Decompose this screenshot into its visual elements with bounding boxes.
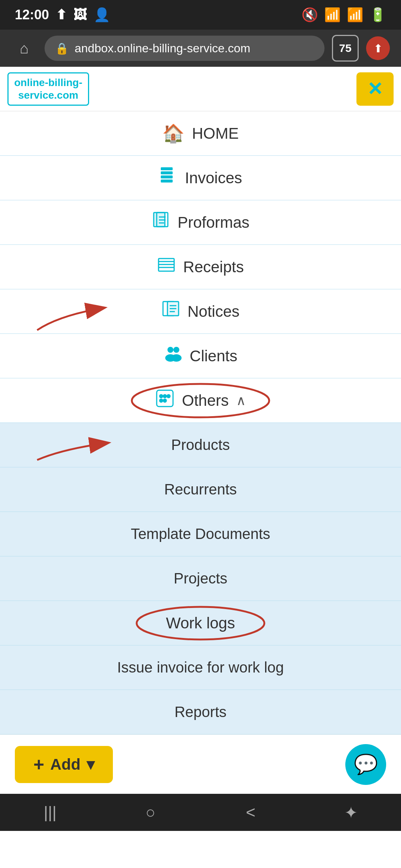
- svg-rect-1: [161, 171, 173, 174]
- invoices-icon: [159, 167, 177, 189]
- products-label: Products: [171, 437, 230, 453]
- profile-arrow-icon: ⬆: [374, 42, 383, 55]
- svg-rect-3: [161, 180, 173, 183]
- chat-icon: 💬: [354, 753, 378, 776]
- status-bar-right: 🔇 📶 📶 🔋: [301, 7, 386, 23]
- nav-item-proformas[interactable]: Proformas: [0, 200, 401, 245]
- nav-accessibility-button[interactable]: ✦: [336, 798, 366, 827]
- svg-point-25: [167, 395, 170, 398]
- plus-icon: +: [33, 754, 44, 775]
- work-logs-label: Work logs: [166, 614, 235, 632]
- recurrents-label: Recurrents: [164, 481, 237, 498]
- browser-home-button[interactable]: ⌂: [11, 35, 37, 61]
- url-text: andbox.online-billing-service.com: [75, 42, 250, 55]
- upload-icon: ⬆: [56, 7, 67, 23]
- reports-label: Reports: [175, 704, 226, 720]
- nav-back-button[interactable]: <: [236, 798, 265, 827]
- browser-profile-button[interactable]: ⬆: [366, 36, 390, 60]
- wifi-icon: 📶: [324, 7, 341, 23]
- close-menu-button[interactable]: ✕: [356, 72, 394, 106]
- nav-item-home[interactable]: 🏠 HOME: [0, 111, 401, 156]
- svg-point-21: [171, 354, 182, 362]
- svg-rect-2: [161, 175, 173, 178]
- home-icon: ⌂: [20, 40, 29, 57]
- svg-point-18: [167, 347, 173, 353]
- page-content: online-billing-service.com ✕ 🏠 HOME Invo: [0, 67, 401, 794]
- bottom-navigation: ||| ○ < ✦: [0, 794, 401, 831]
- nav-item-reports[interactable]: Reports: [0, 690, 401, 734]
- nav-item-receipts[interactable]: Receipts: [0, 245, 401, 289]
- chat-button[interactable]: 💬: [345, 744, 386, 785]
- tabs-count: 75: [339, 42, 351, 55]
- site-header: online-billing-service.com ✕: [0, 67, 401, 111]
- issue-invoice-label: Issue invoice for work log: [117, 659, 284, 676]
- image-icon: 🖼: [74, 7, 87, 23]
- lock-icon: 🔒: [55, 42, 69, 55]
- nav-item-invoices[interactable]: Invoices: [0, 156, 401, 200]
- nav-home-button[interactable]: ○: [136, 798, 165, 827]
- site-logo: online-billing-service.com: [7, 72, 89, 106]
- nav-item-template-documents[interactable]: Template Documents: [0, 512, 401, 556]
- bottom-action-bar: + Add ▾ 💬: [0, 734, 401, 794]
- nav-item-others[interactable]: Others ∧: [0, 378, 401, 423]
- svg-point-24: [163, 395, 166, 398]
- projects-label: Projects: [174, 570, 228, 587]
- home-nav-icon: 🏠: [162, 123, 185, 144]
- svg-rect-0: [161, 167, 173, 170]
- signal-icon: 📶: [347, 7, 363, 23]
- nav-item-notices[interactable]: Notices: [0, 289, 401, 334]
- nav-recents-button[interactable]: |||: [35, 798, 65, 827]
- nav-item-recurrents[interactable]: Recurrents: [0, 467, 401, 512]
- others-label: Others: [182, 392, 229, 410]
- proformas-label: Proformas: [177, 214, 250, 231]
- notices-icon: [162, 300, 180, 323]
- nav-item-work-logs[interactable]: Work logs: [0, 601, 401, 645]
- others-icon: [155, 389, 175, 412]
- svg-point-26: [160, 399, 163, 402]
- mute-icon: 🔇: [301, 7, 318, 23]
- others-chevron: ∧: [236, 393, 246, 408]
- browser-bar: ⌂ 🔒 andbox.online-billing-service.com 75…: [0, 30, 401, 67]
- template-documents-label: Template Documents: [131, 526, 270, 542]
- proformas-icon: [151, 211, 170, 234]
- svg-point-19: [173, 347, 179, 353]
- time-display: 12:00: [15, 7, 49, 23]
- add-label: Add: [50, 756, 81, 773]
- svg-point-23: [160, 395, 163, 398]
- status-bar-left: 12:00 ⬆ 🖼 👤: [15, 7, 110, 23]
- logo-text: online-billing-service.com: [14, 76, 82, 101]
- recents-icon: |||: [44, 803, 56, 822]
- navigation-menu: 🏠 HOME Invoices: [0, 111, 401, 734]
- browser-tabs-button[interactable]: 75: [332, 35, 359, 62]
- invoices-label: Invoices: [185, 169, 242, 187]
- nav-item-products[interactable]: Products: [0, 423, 401, 467]
- add-chevron: ▾: [87, 755, 94, 773]
- nav-item-projects[interactable]: Projects: [0, 556, 401, 601]
- battery-icon: 🔋: [369, 7, 386, 23]
- svg-rect-22: [157, 390, 173, 407]
- status-bar: 12:00 ⬆ 🖼 👤 🔇 📶 📶 🔋: [0, 0, 401, 30]
- add-button[interactable]: + Add ▾: [15, 746, 113, 783]
- receipts-icon: [157, 256, 176, 278]
- notices-label: Notices: [188, 303, 239, 320]
- back-icon: <: [246, 803, 255, 822]
- clients-label: Clients: [190, 347, 237, 365]
- clients-icon: [164, 345, 182, 367]
- nav-item-issue-invoice[interactable]: Issue invoice for work log: [0, 645, 401, 690]
- close-icon: ✕: [367, 78, 383, 100]
- accessibility-icon: ✦: [344, 803, 358, 822]
- nav-item-clients[interactable]: Clients: [0, 334, 401, 378]
- home-label: HOME: [192, 125, 239, 142]
- browser-url-bar[interactable]: 🔒 andbox.online-billing-service.com: [45, 36, 325, 61]
- receipts-label: Receipts: [183, 258, 244, 276]
- person-icon: 👤: [94, 7, 110, 23]
- svg-point-27: [163, 399, 166, 402]
- home-circle-icon: ○: [146, 803, 156, 822]
